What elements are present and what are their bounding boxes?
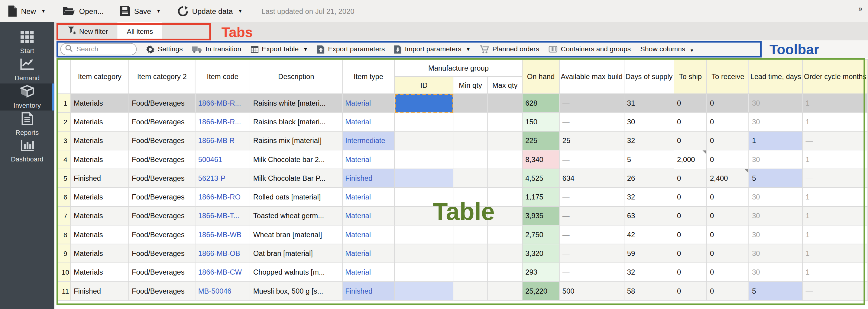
cell-to-receive[interactable]: 0 xyxy=(707,112,749,131)
cell-available-max-build[interactable]: — xyxy=(559,112,624,131)
cell-item-category[interactable]: Materials xyxy=(71,150,129,169)
cell-days-of-supply[interactable]: 42 xyxy=(624,225,674,244)
cell-num[interactable]: 9 xyxy=(58,244,70,263)
header-min-qty[interactable]: Min qty xyxy=(453,77,488,94)
cell-num[interactable]: 4 xyxy=(58,150,70,169)
cell-order-cycle-months[interactable]: 1 xyxy=(802,225,868,244)
cell-order-cycle-months[interactable]: 1 xyxy=(802,94,868,112)
cell-item-category-2[interactable]: Food/Beverages xyxy=(129,94,195,112)
cell-item-category-2[interactable]: Food/Beverages xyxy=(129,225,195,244)
cell-on-hand[interactable]: 293 xyxy=(522,263,559,281)
cell-item-category[interactable]: Materials xyxy=(71,94,129,112)
cell-num[interactable]: 10 xyxy=(58,263,70,281)
cell-available-max-build[interactable]: — xyxy=(559,244,624,263)
cell-lead-time-days[interactable]: 30 xyxy=(749,188,802,206)
cell-to-receive[interactable]: 0 xyxy=(707,188,749,206)
cell-to-ship[interactable]: 2,000 xyxy=(674,150,707,169)
header-item-type[interactable]: Item type xyxy=(342,60,395,94)
cell-description[interactable]: Raisins white [materi... xyxy=(250,94,342,112)
cell-mg-id[interactable] xyxy=(395,94,453,112)
header-on-hand[interactable]: On hand xyxy=(522,60,559,94)
cell-to-receive[interactable]: 0 xyxy=(707,225,749,244)
cell-min-qty[interactable] xyxy=(453,131,488,150)
export-parameters-button[interactable]: Export parameters xyxy=(317,45,385,53)
cell-mg-id[interactable] xyxy=(395,112,453,131)
cell-mg-id[interactable] xyxy=(395,150,453,169)
cell-description[interactable]: Oat bran [material] xyxy=(250,244,342,263)
cell-item-type[interactable]: Material xyxy=(342,150,395,169)
cell-on-hand[interactable]: 628 xyxy=(522,94,559,112)
search-input[interactable] xyxy=(75,45,130,54)
cell-order-cycle-months[interactable]: 1 xyxy=(802,206,868,225)
cell-to-receive[interactable]: 0 xyxy=(707,263,749,281)
sidebar-item-dashboard[interactable]: Dashboard xyxy=(0,138,54,165)
cell-mg-id[interactable] xyxy=(395,131,453,150)
tab-all-items[interactable]: All items xyxy=(117,22,162,40)
cell-lead-time-days[interactable]: 1 xyxy=(749,131,802,150)
cell-max-qty[interactable] xyxy=(488,244,522,263)
cell-num[interactable]: 11 xyxy=(58,281,70,300)
cell-item-category[interactable]: Materials xyxy=(71,244,129,263)
cell-available-max-build[interactable]: — xyxy=(559,94,624,112)
cell-available-max-build[interactable]: 500 xyxy=(559,281,624,300)
cell-order-cycle-months[interactable]: — xyxy=(802,281,868,300)
cell-on-hand[interactable]: 25,220 xyxy=(522,281,559,300)
caret-down-icon[interactable]: ▼ xyxy=(303,46,308,52)
cell-item-category-2[interactable]: Food/Beverages xyxy=(129,112,195,131)
cell-on-hand[interactable]: 150 xyxy=(522,112,559,131)
sidebar-item-inventory[interactable]: Inventory xyxy=(0,83,54,111)
open-button[interactable]: Open... xyxy=(63,6,104,16)
cell-available-max-build[interactable]: — xyxy=(559,150,624,169)
header-num[interactable] xyxy=(58,60,70,94)
cell-available-max-build[interactable]: — xyxy=(559,188,624,206)
header-days-of-supply[interactable]: Days of supply xyxy=(624,60,674,94)
cell-days-of-supply[interactable]: 32 xyxy=(624,263,674,281)
cell-to-ship[interactable]: 0 xyxy=(674,169,707,188)
cell-item-category-2[interactable]: Food/Beverages xyxy=(129,263,195,281)
cell-item-type[interactable]: Material xyxy=(342,244,395,263)
cell-to-ship[interactable]: 0 xyxy=(674,244,707,263)
cell-days-of-supply[interactable]: 26 xyxy=(624,169,674,188)
cell-max-qty[interactable] xyxy=(488,150,522,169)
cell-description[interactable]: Rolled oats [material] xyxy=(250,188,342,206)
cell-on-hand[interactable]: 8,340 xyxy=(522,150,559,169)
cell-max-qty[interactable] xyxy=(488,94,522,112)
cell-item-code[interactable]: 1866-MB-WB xyxy=(195,225,250,244)
cell-description[interactable]: Toasted wheat germ... xyxy=(250,206,342,225)
cell-to-receive[interactable]: 0 xyxy=(707,281,749,300)
caret-down-icon[interactable]: ▼ xyxy=(41,8,46,13)
cell-min-qty[interactable] xyxy=(453,112,488,131)
cell-on-hand[interactable]: 3,935 xyxy=(522,206,559,225)
update-data-button[interactable]: Update data ▼ xyxy=(178,6,243,16)
cell-description[interactable]: Raisins mix [material] xyxy=(250,131,342,150)
header-mg-id[interactable]: ID xyxy=(395,77,453,94)
cell-order-cycle-months[interactable]: — xyxy=(802,131,868,150)
caret-down-icon[interactable]: ▼ xyxy=(156,8,161,13)
cell-num[interactable]: 6 xyxy=(58,188,70,206)
cell-item-category[interactable]: Finished xyxy=(71,169,129,188)
cell-to-receive[interactable]: 2,400 xyxy=(707,169,749,188)
cell-max-qty[interactable] xyxy=(488,281,522,300)
cell-item-code[interactable]: 1866-MB-CW xyxy=(195,263,250,281)
cell-to-ship[interactable]: 0 xyxy=(674,112,707,131)
cell-lead-time-days[interactable]: 30 xyxy=(749,206,802,225)
cell-item-code[interactable]: MB-50046 xyxy=(195,281,250,300)
cell-to-receive[interactable]: 0 xyxy=(707,206,749,225)
cell-lead-time-days[interactable]: 30 xyxy=(749,263,802,281)
cell-item-category[interactable]: Materials xyxy=(71,263,129,281)
cell-item-code[interactable]: 1866-MB-R... xyxy=(195,112,250,131)
cell-days-of-supply[interactable]: 5 xyxy=(624,150,674,169)
cell-item-code[interactable]: 1866-MB-R... xyxy=(195,94,250,112)
sidebar-item-reports[interactable]: Reports xyxy=(0,110,54,138)
cell-item-category-2[interactable]: Food/Beverages xyxy=(129,206,195,225)
cell-mg-id[interactable] xyxy=(395,244,453,263)
cell-lead-time-days[interactable]: 5 xyxy=(749,169,802,188)
cell-to-ship[interactable]: 0 xyxy=(674,206,707,225)
cell-item-type[interactable]: Material xyxy=(342,263,395,281)
cell-mg-id[interactable] xyxy=(395,188,453,206)
cell-description[interactable]: Chopped walnuts [m... xyxy=(250,263,342,281)
cell-mg-id[interactable] xyxy=(395,169,453,188)
cell-days-of-supply[interactable]: 32 xyxy=(624,188,674,206)
in-transition-button[interactable]: In transition xyxy=(192,45,241,53)
cell-min-qty[interactable] xyxy=(453,281,488,300)
